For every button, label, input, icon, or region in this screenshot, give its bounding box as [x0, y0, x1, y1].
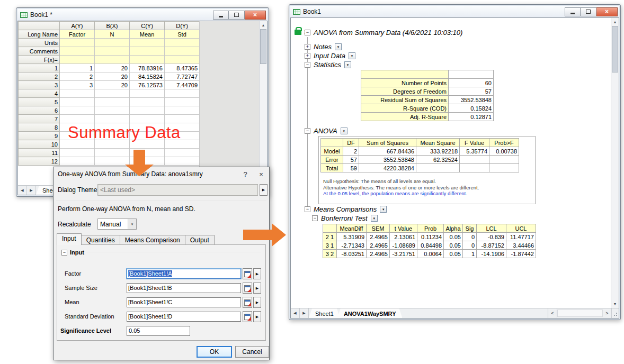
worksheet-cell[interactable]: [130, 56, 165, 64]
help-button[interactable]: ?: [237, 167, 253, 181]
scroll-up-icon[interactable]: ▲: [260, 21, 267, 29]
worksheet-vscrollbar[interactable]: ▲ ▼: [259, 21, 267, 185]
expand-icon[interactable]: +: [305, 44, 310, 50]
row-header[interactable]: 1: [19, 64, 60, 72]
worksheet-cell[interactable]: [130, 47, 165, 56]
cancel-button[interactable]: Cancel: [235, 346, 269, 358]
row-header[interactable]: 7: [19, 115, 60, 123]
worksheet-cell[interactable]: [60, 89, 95, 98]
worksheet-cell[interactable]: [60, 157, 95, 166]
restore-button[interactable]: [229, 11, 245, 20]
scroll-down-icon[interactable]: ▼: [611, 300, 619, 308]
node-dropdown-button[interactable]: ▼: [335, 43, 342, 50]
close-button[interactable]: ×: [596, 7, 618, 16]
worksheet-cell[interactable]: [60, 47, 95, 56]
row-header[interactable]: 3: [19, 81, 60, 89]
row-header[interactable]: 8: [19, 123, 60, 132]
dialog-close-button[interactable]: ×: [253, 167, 269, 181]
row-header[interactable]: 5: [19, 98, 60, 106]
collapse-icon[interactable]: −: [312, 215, 318, 221]
field-input[interactable]: [Book1]Sheet1!D: [127, 312, 241, 322]
recalculate-dropdown[interactable]: Manual ▼: [97, 219, 137, 230]
worksheet-cell[interactable]: 7.72747: [165, 72, 200, 81]
row-header[interactable]: Units: [19, 39, 60, 47]
worksheet-cell[interactable]: [95, 47, 130, 56]
row-header[interactable]: 11: [19, 149, 60, 157]
hscroll-left-icon[interactable]: <: [548, 308, 557, 318]
worksheet-cell[interactable]: [130, 39, 165, 47]
close-button[interactable]: ×: [245, 11, 266, 20]
worksheet-cell[interactable]: [165, 115, 200, 123]
resize-grip-icon[interactable]: [612, 308, 619, 318]
worksheet-cell[interactable]: Factor: [60, 30, 95, 39]
sheet-tab-anova1waysmry[interactable]: ANOVA1WaySMRY: [337, 308, 403, 318]
ok-button[interactable]: OK: [197, 346, 232, 358]
significance-input[interactable]: 0.05: [127, 326, 190, 336]
scrollbar-track[interactable]: [260, 64, 267, 177]
worksheet-cell[interactable]: Std: [165, 30, 200, 39]
field-input[interactable]: [Book1]Sheet1!C: [127, 297, 241, 307]
field-flyout-button[interactable]: ▶: [253, 311, 261, 322]
scrollbar-thumb[interactable]: [260, 29, 266, 64]
dialog-tab-input[interactable]: Input: [57, 233, 82, 245]
worksheet-cell[interactable]: [130, 98, 165, 106]
lock-icon[interactable]: [295, 30, 301, 35]
field-flyout-button[interactable]: ▶: [253, 297, 261, 308]
report-titlebar[interactable]: Book1 ×: [290, 6, 619, 17]
worksheet-cell[interactable]: [60, 56, 95, 64]
node-dropdown-button[interactable]: ▼: [349, 52, 355, 59]
worksheet-cell[interactable]: [95, 56, 130, 64]
row-header[interactable]: Comments: [19, 47, 60, 56]
node-dropdown-button[interactable]: ▼: [371, 215, 378, 222]
worksheet-titlebar[interactable]: Book1 * ×: [17, 9, 268, 21]
worksheet-cell[interactable]: [95, 39, 130, 47]
row-header[interactable]: F(x)=: [19, 56, 60, 64]
range-selector-button[interactable]: [243, 283, 252, 294]
hscrollbar-track[interactable]: [557, 310, 603, 317]
field-flyout-button[interactable]: ▶: [253, 283, 261, 294]
column-header[interactable]: A(Y): [60, 22, 95, 30]
collapse-icon[interactable]: −: [305, 30, 310, 35]
worksheet-cell[interactable]: 78.83916: [130, 64, 165, 72]
field-input[interactable]: [Book1]Sheet1!B: [127, 283, 241, 293]
expand-icon[interactable]: +: [305, 53, 310, 59]
worksheet-cell[interactable]: 20: [95, 81, 130, 89]
range-selector-button[interactable]: [243, 297, 252, 308]
column-header[interactable]: B(X): [95, 22, 130, 30]
tab-scroll-left-icon[interactable]: ◀: [18, 186, 27, 195]
dialog-tab-quantities[interactable]: Quantities: [81, 235, 120, 245]
field-input[interactable]: [Book1]Sheet1!A: [127, 269, 241, 279]
collapse-icon[interactable]: −: [305, 206, 310, 212]
collapse-icon[interactable]: −: [305, 128, 310, 134]
worksheet-cell[interactable]: [165, 98, 200, 106]
collapse-icon[interactable]: −: [305, 62, 310, 68]
worksheet-cell[interactable]: 2: [60, 72, 95, 81]
worksheet-cell[interactable]: [95, 115, 130, 123]
worksheet-cell[interactable]: [165, 47, 200, 56]
worksheet-cell[interactable]: [130, 106, 165, 115]
worksheet-cell[interactable]: [60, 39, 95, 47]
row-header[interactable]: 9: [19, 132, 60, 140]
worksheet-cell[interactable]: [60, 115, 95, 123]
scrollbar-thumb[interactable]: [612, 26, 618, 72]
row-header[interactable]: Long Name: [19, 30, 60, 39]
restore-button[interactable]: [581, 7, 596, 16]
worksheet-cell[interactable]: 20: [95, 72, 130, 81]
report-vscrollbar[interactable]: ▲ ▼: [611, 18, 619, 308]
node-dropdown-button[interactable]: ▼: [344, 61, 351, 68]
worksheet-cell[interactable]: 1: [60, 64, 95, 72]
tab-scroll-right-icon[interactable]: ▶: [300, 308, 309, 318]
row-header[interactable]: 6: [19, 106, 60, 115]
worksheet-cell[interactable]: [130, 115, 165, 123]
worksheet-cell[interactable]: [60, 106, 95, 115]
worksheet-cell[interactable]: [165, 89, 200, 98]
field-flyout-button[interactable]: ▶: [253, 268, 261, 279]
worksheet-cell[interactable]: [95, 98, 130, 106]
dialog-tab-output[interactable]: Output: [185, 235, 215, 245]
node-dropdown-button[interactable]: ▼: [380, 206, 387, 213]
node-dropdown-button[interactable]: ▼: [341, 128, 347, 134]
row-header[interactable]: 12: [19, 157, 60, 166]
theme-flyout-button[interactable]: ▶: [260, 184, 268, 196]
worksheet-cell[interactable]: [60, 149, 95, 157]
worksheet-cell[interactable]: Mean: [130, 30, 165, 39]
